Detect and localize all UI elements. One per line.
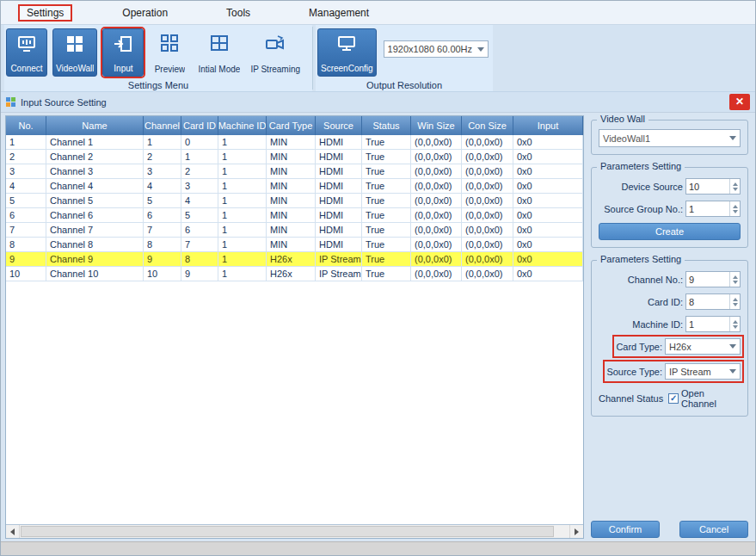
- table-row[interactable]: 3Channel 3321MINHDMITrue(0,0,0x0)(0,0,0x…: [6, 164, 583, 179]
- tab-operation[interactable]: Operation: [114, 4, 176, 22]
- spinner-arrows-icon[interactable]: [729, 317, 740, 331]
- panel-icon: [6, 97, 16, 108]
- machine-id-spinner[interactable]: 1: [685, 316, 741, 332]
- table-cell: H26x: [267, 252, 316, 266]
- preview-button[interactable]: Preview: [149, 28, 190, 77]
- channel-no-spinner[interactable]: 9: [685, 271, 741, 287]
- video-wall-select[interactable]: VideoWall1: [599, 129, 741, 147]
- table-row[interactable]: 9Channel 9981H26xIP StreamTrue(0,0,0x0)(…: [6, 252, 583, 267]
- column-header-status[interactable]: Status: [362, 116, 411, 135]
- screenconfig-icon: [335, 33, 358, 55]
- device-source-spinner[interactable]: 10: [685, 178, 741, 195]
- table-row[interactable]: 8Channel 8871MINHDMITrue(0,0,0x0)(0,0,0x…: [6, 238, 583, 252]
- machine-id-value: 1: [686, 319, 729, 330]
- table-cell: 8: [181, 252, 218, 266]
- column-header-card-id[interactable]: Card ID: [181, 116, 218, 135]
- horizontal-scrollbar[interactable]: [6, 524, 583, 538]
- connect-icon: [15, 33, 38, 55]
- output-resolution-group-label: Output Resolution: [316, 80, 493, 90]
- tab-management[interactable]: Management: [300, 4, 378, 22]
- column-header-input[interactable]: Input: [513, 116, 583, 135]
- initial-mode-icon: [208, 32, 230, 54]
- source-type-label: Source Type:: [606, 367, 662, 377]
- tab-tools[interactable]: Tools: [218, 4, 259, 22]
- column-header-card-type[interactable]: Card Type: [267, 116, 316, 135]
- card-type-select[interactable]: H26x: [665, 338, 741, 355]
- column-header-no-[interactable]: No.: [6, 116, 46, 135]
- table-cell: (0,0,0x0): [462, 208, 513, 222]
- cancel-button[interactable]: Cancel: [679, 521, 748, 538]
- table-row[interactable]: 4Channel 4431MINHDMITrue(0,0,0x0)(0,0,0x…: [6, 179, 583, 194]
- column-header-machine-id[interactable]: Machine ID: [218, 116, 267, 135]
- videowall-button[interactable]: VideoWall: [52, 28, 97, 77]
- table-cell: 10: [144, 267, 181, 281]
- table-cell: True: [362, 208, 411, 222]
- source-type-select[interactable]: IP Stream: [665, 363, 741, 380]
- table-cell: IP Stream: [316, 252, 362, 266]
- table-row[interactable]: 6Channel 6651MINHDMITrue(0,0,0x0)(0,0,0x…: [6, 208, 583, 223]
- ip-streaming-button[interactable]: IP Streaming: [248, 28, 303, 77]
- channel-status-checkbox[interactable]: ✓: [668, 393, 679, 404]
- input-icon: [112, 33, 134, 55]
- spinner-arrows-icon[interactable]: [729, 179, 740, 194]
- table-cell: True: [362, 238, 411, 251]
- table-row[interactable]: 5Channel 5541MINHDMITrue(0,0,0x0)(0,0,0x…: [6, 194, 583, 208]
- table-cell: (0,0,0x0): [462, 135, 513, 149]
- confirm-button[interactable]: Confirm: [591, 521, 660, 538]
- table-row[interactable]: 7Channel 7761MINHDMITrue(0,0,0x0)(0,0,0x…: [6, 223, 583, 238]
- ribbon: Connect VideoWall Input: [1, 25, 755, 92]
- table-cell: 3: [181, 179, 218, 193]
- scroll-right-icon[interactable]: [569, 525, 583, 538]
- table-cell: 3: [144, 164, 181, 178]
- table-cell: 4: [6, 179, 46, 193]
- table-cell: IP Stream: [316, 267, 362, 281]
- table-cell: 9: [6, 252, 46, 266]
- settings-sidebar: Video Wall VideoWall1 Parameters Setting…: [589, 113, 750, 541]
- table-row[interactable]: 10Channel 101091H26xIP StreamTrue(0,0,0x…: [6, 267, 583, 281]
- table-cell: (0,0,0x0): [411, 150, 462, 164]
- tab-settings[interactable]: Settings: [18, 4, 72, 22]
- spinner-arrows-icon[interactable]: [729, 201, 740, 216]
- table-cell: 1: [6, 135, 46, 149]
- spinner-arrows-icon[interactable]: [729, 272, 740, 287]
- spinner-arrows-icon[interactable]: [729, 294, 740, 309]
- table-cell: 0x0: [513, 267, 583, 281]
- scroll-left-icon[interactable]: [6, 525, 20, 538]
- column-header-source[interactable]: Source: [316, 116, 362, 135]
- table-row[interactable]: 2Channel 2211MINHDMITrue(0,0,0x0)(0,0,0x…: [6, 150, 583, 164]
- resolution-select[interactable]: 1920x1080 60.00Hz: [384, 40, 489, 58]
- scrollbar-thumb[interactable]: [21, 526, 554, 537]
- app-window: Settings Operation Tools Management Conn…: [0, 0, 756, 556]
- table-cell: MIN: [267, 135, 316, 149]
- table-cell: 8: [144, 238, 181, 251]
- table-row[interactable]: 1Channel 1101MINHDMITrue(0,0,0x0)(0,0,0x…: [6, 135, 583, 150]
- create-button[interactable]: Create: [599, 223, 741, 240]
- table-cell: True: [362, 179, 411, 193]
- close-icon[interactable]: ✕: [729, 94, 750, 110]
- table-cell: (0,0,0x0): [462, 150, 513, 164]
- table-cell: 1: [218, 252, 267, 266]
- screenconfig-button[interactable]: ScreenConfig: [317, 28, 377, 77]
- table-cell: MIN: [267, 164, 316, 178]
- panel-content: No.NameChannelCard IDMachine IDCard Type…: [1, 113, 755, 541]
- table-cell: 1: [218, 150, 267, 164]
- scrollbar-track[interactable]: [20, 525, 569, 538]
- card-id-spinner[interactable]: 8: [685, 293, 741, 310]
- chevron-down-icon: [477, 47, 484, 52]
- table-cell: H26x: [267, 267, 316, 281]
- initial-mode-button[interactable]: Intial Mode: [195, 28, 243, 77]
- table-cell: 1: [144, 135, 181, 149]
- table-cell: 7: [6, 223, 46, 237]
- source-group-spinner[interactable]: 1: [685, 201, 741, 217]
- column-header-channel[interactable]: Channel: [144, 116, 181, 135]
- connect-button[interactable]: Connect: [6, 28, 47, 77]
- table-cell: 0x0: [513, 238, 583, 251]
- table-cell: 6: [6, 208, 46, 222]
- table-cell: 2: [181, 164, 218, 178]
- column-header-win-size[interactable]: Win Size: [411, 116, 462, 135]
- table-cell: 1: [218, 164, 267, 178]
- column-header-name[interactable]: Name: [46, 116, 144, 135]
- input-button[interactable]: Input: [102, 28, 144, 77]
- table-cell: True: [362, 267, 411, 281]
- column-header-con-size[interactable]: Con Size: [462, 116, 513, 135]
